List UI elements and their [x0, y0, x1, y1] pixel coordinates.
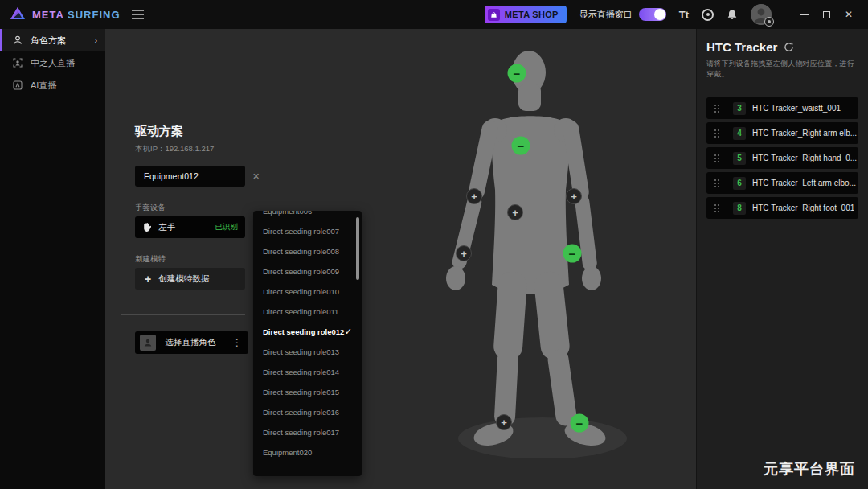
brand-surfing: SURFING: [68, 9, 121, 21]
dropdown-item[interactable]: Direct seeding role017: [253, 422, 362, 442]
panel-instructions: 请将下列设备拖拽至左侧人物对应位置，进行穿戴。: [706, 59, 858, 80]
brand-text: META SURFING: [32, 9, 121, 21]
refresh-icon[interactable]: [784, 42, 794, 52]
platform-watermark: 元享平台界面: [764, 459, 855, 479]
tracker-label: HTC Tracker_Right hand_0...: [752, 154, 857, 162]
sidebar-item-avatar-live[interactable]: 中之人直播: [0, 51, 105, 74]
drag-handle-icon[interactable]: [706, 97, 727, 119]
main-canvas: 驱动方案 本机IP：192.168.1.217 ✕ 手套设备 左手 已识别 新建…: [105, 29, 696, 489]
dropdown-item[interactable]: Direct seeding role016: [253, 402, 362, 422]
tracker-list: 3 HTC Tracker_waistt_001 4 HTC Tracker_R…: [706, 97, 858, 219]
sidebar-item-role-plan[interactable]: 角色方案 ›: [0, 29, 105, 51]
window-close-button[interactable]: ✕: [837, 4, 860, 25]
sidebar: 角色方案 › 中之人直播 AI直播: [0, 29, 105, 489]
tracker-list-item[interactable]: 3 HTC Tracker_waistt_001: [706, 97, 858, 119]
page-title: 驱动方案: [135, 124, 183, 139]
htc-tracker-panel: HTC Tracker 请将下列设备拖拽至左侧人物对应位置，进行穿戴。 3 HT…: [696, 29, 868, 489]
drag-handle-icon[interactable]: [706, 122, 727, 144]
notifications-bell-icon[interactable]: [727, 9, 738, 21]
sidebar-item-label: AI直播: [31, 80, 56, 92]
window-minimize-button[interactable]: [792, 4, 815, 25]
tracker-list-item[interactable]: 6 HTC Tracker_Left arm elbo...: [706, 172, 858, 194]
titlebar: META SURFING META SHOP 显示直播窗口 Tt: [0, 0, 868, 29]
tracker-dot-waist[interactable]: +: [507, 204, 523, 220]
tracker-dot-chest[interactable]: −: [512, 137, 530, 155]
local-ip-label: 本机IP：192.168.1.217: [135, 144, 214, 154]
new-model-section-label: 新建模特: [135, 254, 166, 265]
tracker-number-badge: 3: [733, 102, 746, 115]
glove-section-label: 手套设备: [135, 203, 166, 213]
tracker-dot-right-elbow[interactable]: +: [566, 188, 582, 204]
role-person-icon: [140, 335, 156, 351]
create-model-data-button[interactable]: + 创建模特数据: [135, 268, 245, 290]
text-size-icon[interactable]: Tt: [679, 9, 689, 21]
role-select-label: -选择直播角色: [162, 337, 216, 348]
drag-handle-icon[interactable]: [706, 172, 727, 194]
dropdown-item[interactable]: Direct seeding role013: [253, 342, 362, 362]
tracker-number-badge: 8: [733, 202, 746, 215]
tracker-number-badge: 6: [733, 177, 746, 190]
tracker-number-badge: 5: [733, 152, 746, 165]
tracker-list-item[interactable]: 4 HTC Tracker_Right arm elb...: [706, 122, 858, 144]
person-icon: [12, 35, 23, 45]
chevron-right-icon: ›: [95, 36, 97, 45]
app-window: META SURFING META SHOP 显示直播窗口 Tt: [0, 0, 868, 489]
recognized-status-badge: 已识别: [215, 222, 239, 232]
dropdown-item[interactable]: Equipment006: [253, 211, 362, 221]
left-hand-glove-card[interactable]: 左手 已识别: [135, 216, 245, 238]
equipment-name-input[interactable]: [135, 171, 252, 181]
panel-title: HTC Tracker: [706, 40, 777, 54]
dropdown-item[interactable]: Direct seeding role015: [253, 382, 362, 402]
user-avatar[interactable]: [751, 4, 772, 25]
logo-icon: [10, 6, 26, 23]
kebab-menu-icon[interactable]: ⋮: [232, 337, 244, 348]
tracker-list-item[interactable]: 5 HTC Tracker_Right hand_0...: [706, 147, 858, 169]
dropdown-item[interactable]: Direct seeding role009: [253, 261, 362, 281]
sidebar-item-label: 中之人直播: [31, 57, 75, 69]
live-role-select[interactable]: -选择直播角色 ⋮: [135, 331, 248, 354]
menu-hamburger-icon[interactable]: [132, 10, 144, 19]
shop-bag-icon: [488, 9, 500, 21]
tracker-label: HTC Tracker_Left arm elbo...: [752, 179, 856, 187]
dropdown-item[interactable]: Direct seeding role010: [253, 281, 362, 302]
live-window-toggle[interactable]: [639, 8, 666, 21]
dropdown-item[interactable]: Direct seeding role007: [253, 221, 362, 241]
tracker-dot-left-elbow[interactable]: +: [466, 188, 482, 204]
tracker-label: HTC Tracker_Right foot_001: [752, 203, 854, 212]
tracker-label: HTC Tracker_Right arm elb...: [752, 129, 857, 138]
drag-handle-icon[interactable]: [706, 147, 727, 169]
check-icon: ✓: [345, 322, 352, 342]
avatar-status-badge: [764, 17, 774, 27]
window-maximize-button[interactable]: [815, 4, 837, 25]
tracker-dot-left-hand[interactable]: +: [456, 245, 472, 261]
dropdown-scrollbar[interactable]: [356, 217, 359, 280]
dropdown-item-selected[interactable]: Direct seeding role012 ✓: [253, 322, 362, 342]
sidebar-item-label: 角色方案: [31, 35, 66, 47]
ai-square-icon: [12, 80, 23, 90]
tracker-dot-right-foot[interactable]: −: [571, 414, 589, 433]
create-model-label: 创建模特数据: [158, 273, 209, 285]
record-disc-icon[interactable]: [702, 9, 714, 21]
meta-shop-label: META SHOP: [505, 10, 559, 19]
meta-shop-button[interactable]: META SHOP: [485, 6, 567, 23]
brand-meta: META: [32, 9, 63, 21]
dropdown-item[interactable]: Direct seeding role008: [253, 241, 362, 261]
live-window-toggle-label: 显示直播窗口: [579, 9, 633, 21]
equipment-name-field: ✕: [135, 166, 245, 187]
tracker-number-badge: 4: [733, 127, 746, 140]
tracker-list-item[interactable]: 8 HTC Tracker_Right foot_001: [706, 197, 858, 219]
dropdown-item[interactable]: Direct seeding role011: [253, 302, 362, 322]
tracker-dot-right-hand[interactable]: −: [563, 244, 582, 263]
dropdown-item[interactable]: Direct seeding role014: [253, 362, 362, 382]
tracker-dot-head[interactable]: −: [508, 64, 526, 83]
plus-icon: +: [145, 273, 151, 285]
dropdown-item[interactable]: Equipment020: [253, 442, 362, 462]
tracker-dot-left-foot[interactable]: +: [496, 414, 512, 430]
section-divider: [121, 314, 245, 315]
role-dropdown: Equipment006 Direct seeding role007 Dire…: [253, 211, 362, 476]
left-hand-label: 左手: [158, 222, 175, 233]
drag-handle-icon[interactable]: [706, 197, 727, 219]
app-logo: META SURFING: [0, 6, 121, 23]
sidebar-item-ai-live[interactable]: AI直播: [0, 74, 105, 97]
clear-input-icon[interactable]: ✕: [252, 171, 260, 182]
